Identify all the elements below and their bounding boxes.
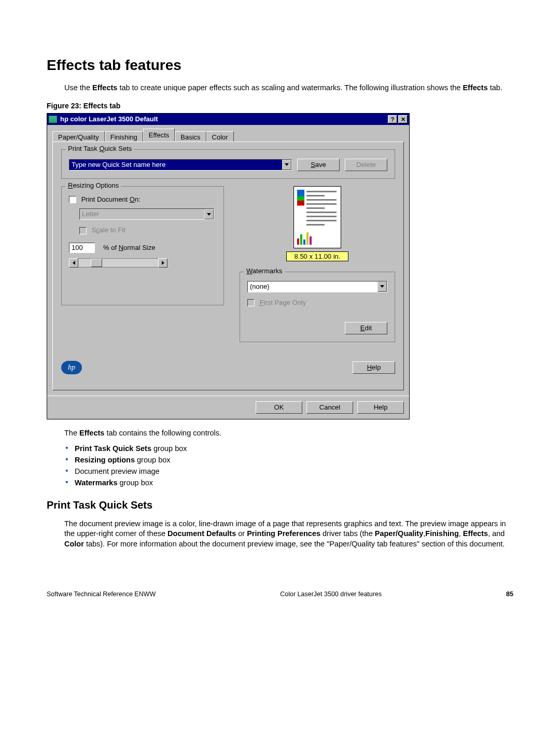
footer-page-number: 85 <box>506 591 513 598</box>
quicksets-legend: Print Task Quick Sets <box>66 145 134 152</box>
chevron-down-icon <box>204 209 214 219</box>
tabstrip: Paper/Quality Finishing Effects Basics C… <box>52 129 404 142</box>
scale-to-fit-row: Scale to Fit <box>79 226 216 234</box>
chevron-down-icon[interactable] <box>282 160 291 170</box>
section-paragraph: The document preview image is a color, l… <box>64 519 513 550</box>
ok-button[interactable]: OK <box>256 401 302 414</box>
footer-center: Color LaserJet 3500 driver features <box>156 591 506 598</box>
scale-to-fit-label: Scale to Fit <box>92 226 125 234</box>
document-preview: 8.50 x 11.00 in. <box>286 186 348 261</box>
quicksets-group: Print Task Quick Sets Type new Quick Set… <box>61 149 395 179</box>
tab-finishing[interactable]: Finishing <box>105 131 143 142</box>
list-item: Print Task Quick Sets group box <box>65 444 513 453</box>
tab-color[interactable]: Color <box>206 131 234 142</box>
arrow-left-icon <box>73 261 75 265</box>
controls-list: Print Task Quick Sets group box Resizing… <box>65 444 513 487</box>
arrow-right-icon <box>162 261 164 265</box>
page-heading: Effects tab features <box>47 57 513 74</box>
figure-caption: Figure 23: Effects tab <box>47 102 513 110</box>
save-button[interactable]: Save <box>297 159 340 171</box>
hp-logo-icon: hp <box>61 361 82 374</box>
edit-button[interactable]: Edit <box>345 322 387 334</box>
preview-page-icon <box>293 186 341 248</box>
scroll-right-button[interactable] <box>158 258 167 268</box>
dialog-help-button[interactable]: Help <box>357 401 404 414</box>
close-titlebar-button[interactable]: ✕ <box>398 115 408 123</box>
print-document-on-row: Print Document On: <box>69 195 216 204</box>
panel-help-button[interactable]: Help <box>353 361 395 374</box>
section-heading: Print Task Quick Sets <box>47 499 513 511</box>
scale-to-fit-checkbox <box>79 227 87 234</box>
effects-dialog: hp color LaserJet 3500 Default ? ✕ Paper… <box>47 113 410 419</box>
footer-left: Software Technical Reference ENWW <box>47 591 156 598</box>
printer-icon <box>49 116 57 123</box>
percent-normal-size-input[interactable]: 100 <box>69 243 95 253</box>
percent-scrollbar[interactable] <box>69 258 167 268</box>
first-page-only-label: First Page Only <box>260 299 306 306</box>
paper-size-combo: Letter <box>79 208 214 220</box>
scroll-left-button[interactable] <box>69 258 78 268</box>
print-document-on-checkbox[interactable] <box>69 196 76 203</box>
titlebar: hp color LaserJet 3500 Default ? ✕ <box>47 114 409 125</box>
tab-paper-quality[interactable]: Paper/Quality <box>52 131 105 142</box>
preview-graphic-icon <box>297 190 304 210</box>
watermarks-legend: Watermarks <box>244 267 285 275</box>
dialog-bottom-buttons: OK Cancel Help <box>47 396 409 419</box>
percent-label: % of Normal Size <box>103 244 155 251</box>
window-title: hp color LaserJet 3500 Default <box>60 115 387 123</box>
print-document-on-label: Print Document On: <box>81 195 141 203</box>
watermark-combo[interactable]: (none) <box>247 281 387 292</box>
intro-paragraph: Use the Effects tab to create unique pap… <box>64 83 513 93</box>
list-item: Document preview image <box>65 467 513 475</box>
quickset-name-combo[interactable]: Type new Quick Set name here <box>69 159 292 171</box>
resizing-group: Resizing Options Print Document On: Lett… <box>61 186 224 305</box>
first-page-only-checkbox <box>247 299 255 306</box>
scroll-track[interactable] <box>78 258 158 268</box>
delete-button: Delete <box>345 159 387 171</box>
chevron-down-icon[interactable] <box>377 282 387 292</box>
help-titlebar-button[interactable]: ? <box>388 115 397 123</box>
list-item: Watermarks group box <box>65 479 513 487</box>
tab-basics[interactable]: Basics <box>175 131 206 142</box>
watermarks-group: Watermarks (none) First Page Only Edit <box>240 272 395 343</box>
preview-dimensions: 8.50 x 11.00 in. <box>286 251 348 261</box>
controls-intro: The Effects tab contains the following c… <box>64 429 513 437</box>
list-item: Resizing options group box <box>65 456 513 464</box>
page-footer: Software Technical Reference ENWW Color … <box>47 591 513 598</box>
preview-bars-icon <box>297 230 312 245</box>
scroll-thumb[interactable] <box>91 259 102 267</box>
resizing-legend: Resizing Options <box>66 181 121 189</box>
cancel-button[interactable]: Cancel <box>306 401 353 414</box>
effects-panel: Print Task Quick Sets Type new Quick Set… <box>52 142 404 390</box>
tab-effects[interactable]: Effects <box>143 129 175 142</box>
first-page-only-row: First Page Only <box>247 299 387 307</box>
